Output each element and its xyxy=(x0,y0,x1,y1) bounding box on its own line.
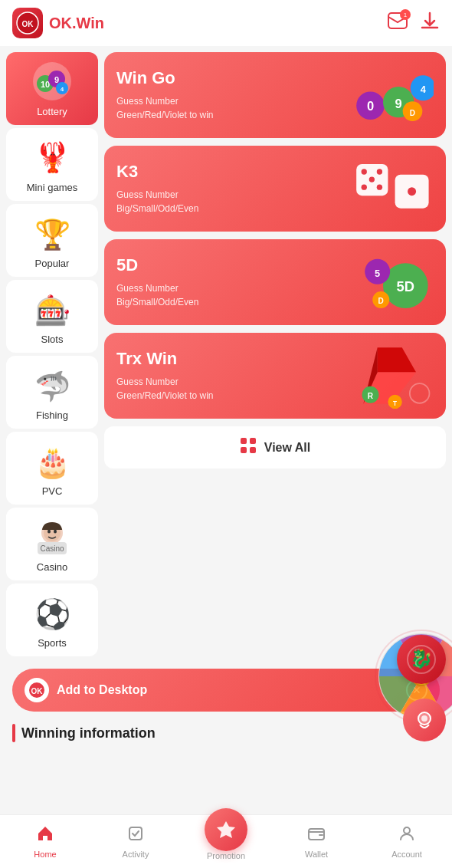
5d-info: 5D Guess Number Big/Small/Odd/Even xyxy=(116,255,198,309)
k3-info: K3 Guess Number Big/Small/Odd/Even xyxy=(116,162,198,215)
trx-win-desc1: Guess Number xyxy=(116,375,214,389)
svg-point-32 xyxy=(377,169,382,174)
svg-text:OK: OK xyxy=(31,687,44,695)
account-icon xyxy=(398,824,416,847)
sidebar-item-fishing[interactable]: 🦈 Fishing xyxy=(6,356,98,429)
nav-item-promotion[interactable]: Promotion xyxy=(181,824,271,860)
svg-point-37 xyxy=(408,187,416,196)
svg-text:⚽: ⚽ xyxy=(34,597,71,632)
svg-point-17 xyxy=(47,530,51,534)
svg-text:🎂: 🎂 xyxy=(34,445,71,480)
sidebar-label-sports: Sports xyxy=(38,637,67,649)
download-button[interactable] xyxy=(420,11,440,35)
sidebar-item-popular[interactable]: 🏆 Popular xyxy=(6,204,98,277)
k3-image xyxy=(349,158,434,219)
svg-text:5D: 5D xyxy=(397,278,414,294)
win-go-title: Win Go xyxy=(116,68,214,88)
sidebar-item-mini-games[interactable]: 🦞 Mini games xyxy=(6,128,98,201)
svg-point-62 xyxy=(421,715,427,722)
svg-text:4: 4 xyxy=(421,84,427,95)
svg-text:🐉: 🐉 xyxy=(410,647,433,669)
fishing-icon: 🦈 xyxy=(31,363,74,406)
svg-text:D: D xyxy=(410,109,415,117)
svg-text:🎰: 🎰 xyxy=(34,293,71,328)
promotion-center-button[interactable] xyxy=(205,808,247,851)
svg-marker-66 xyxy=(217,821,235,838)
game-card-k3[interactable]: K3 Guess Number Big/Small/Odd/Even xyxy=(104,146,446,232)
svg-text:T: T xyxy=(393,400,397,407)
header-icons: 1 xyxy=(388,11,440,35)
win-go-desc2: Green/Red/Violet to win xyxy=(116,108,214,122)
trx-win-info: Trx Win Guess Number Green/Red/Violet to… xyxy=(116,349,214,403)
sidebar-label-pvc: PVC xyxy=(42,485,63,497)
mail-badge: 1 xyxy=(400,9,411,20)
sidebar: 10 9 4 Lottery 🦞 Mini games xyxy=(6,52,98,656)
svg-point-69 xyxy=(404,827,410,833)
logo-area: OK OK.Win xyxy=(12,8,104,38)
sidebar-label-popular: Popular xyxy=(35,258,70,269)
svg-text:OK: OK xyxy=(22,20,34,28)
wallet-icon xyxy=(307,824,326,847)
game-card-5d[interactable]: 5D Guess Number Big/Small/Odd/Even 5D 5 … xyxy=(104,239,446,325)
sidebar-item-slots[interactable]: 🎰 Slots xyxy=(6,280,98,353)
svg-rect-65 xyxy=(129,827,142,840)
sidebar-label-slots: Slots xyxy=(41,334,64,345)
sports-icon: ⚽ xyxy=(31,591,74,634)
logo-icon: OK xyxy=(12,8,43,38)
svg-rect-54 xyxy=(241,447,247,453)
svg-text:5: 5 xyxy=(375,268,380,279)
5d-title: 5D xyxy=(116,255,198,275)
svg-text:9: 9 xyxy=(395,97,402,110)
sidebar-item-sports[interactable]: ⚽ Sports xyxy=(6,584,98,656)
header: OK OK.Win 1 xyxy=(0,0,452,46)
k3-desc1: Guess Number xyxy=(116,188,198,202)
bottom-spacer xyxy=(0,748,452,810)
nav-item-home[interactable]: Home xyxy=(0,818,90,865)
view-all-button[interactable]: View All xyxy=(104,426,446,469)
nav-item-wallet[interactable]: Wallet xyxy=(271,818,362,865)
lottery-icon: 10 9 4 xyxy=(31,60,74,103)
svg-text:D: D xyxy=(378,297,384,305)
grid-icon xyxy=(240,437,257,458)
float-dragon-button[interactable]: 🐉 xyxy=(397,635,446,684)
win-go-info: Win Go Guess Number Green/Red/Violet to … xyxy=(116,68,214,122)
sidebar-label-fishing: Fishing xyxy=(36,409,68,421)
win-go-image: 0 9 4 D xyxy=(349,64,434,126)
mail-button[interactable]: 1 xyxy=(388,12,408,34)
sidebar-item-lottery[interactable]: 10 9 4 Lottery xyxy=(6,52,98,125)
float-chat-button[interactable] xyxy=(403,699,446,741)
winning-info-label: Winning information xyxy=(21,725,156,741)
5d-desc1: Guess Number xyxy=(116,281,198,295)
sidebar-label-mini-games: Mini games xyxy=(27,182,77,193)
svg-text:0: 0 xyxy=(367,99,374,113)
svg-text:Casino: Casino xyxy=(40,544,64,553)
svg-point-35 xyxy=(377,185,382,190)
nav-label-home: Home xyxy=(34,850,56,859)
svg-text:9: 9 xyxy=(54,75,59,84)
games-area: Win Go Guess Number Green/Red/Violet to … xyxy=(104,52,446,656)
sidebar-item-pvc[interactable]: 🎂 PVC xyxy=(6,432,98,505)
svg-point-31 xyxy=(362,169,367,174)
bottom-nav: Home Activity Promotion Wallet xyxy=(0,814,452,868)
nav-item-account[interactable]: Account xyxy=(362,818,452,865)
svg-point-34 xyxy=(362,185,367,190)
trx-win-title: Trx Win xyxy=(116,349,214,369)
svg-rect-53 xyxy=(250,438,256,444)
game-card-win-go[interactable]: Win Go Guess Number Green/Red/Violet to … xyxy=(104,52,446,138)
sidebar-label-lottery: Lottery xyxy=(37,106,67,117)
home-icon xyxy=(36,824,54,847)
sidebar-item-casino[interactable]: Casino Casino xyxy=(6,508,98,580)
trx-win-image: R T xyxy=(349,345,434,406)
svg-text:4: 4 xyxy=(61,86,64,93)
svg-marker-44 xyxy=(378,347,416,372)
svg-point-18 xyxy=(54,530,57,534)
sidebar-label-casino: Casino xyxy=(37,561,67,573)
nav-label-activity: Activity xyxy=(123,850,149,859)
add-desktop-app-icon: OK xyxy=(25,678,49,702)
svg-rect-55 xyxy=(250,447,256,453)
pvc-icon: 🎂 xyxy=(31,439,74,482)
casino-icon: Casino xyxy=(31,515,74,558)
nav-item-activity[interactable]: Activity xyxy=(90,818,181,865)
game-card-trx-win[interactable]: Trx Win Guess Number Green/Red/Violet to… xyxy=(104,333,446,419)
activity-icon xyxy=(126,824,145,847)
